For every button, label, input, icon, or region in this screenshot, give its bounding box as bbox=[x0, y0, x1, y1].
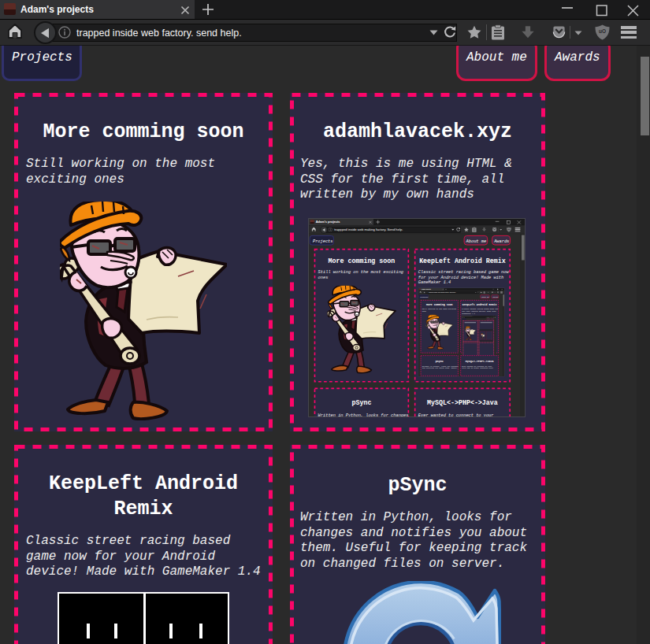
svg-text:uO: uO bbox=[599, 28, 606, 34]
svg-text:uO: uO bbox=[507, 228, 510, 230]
